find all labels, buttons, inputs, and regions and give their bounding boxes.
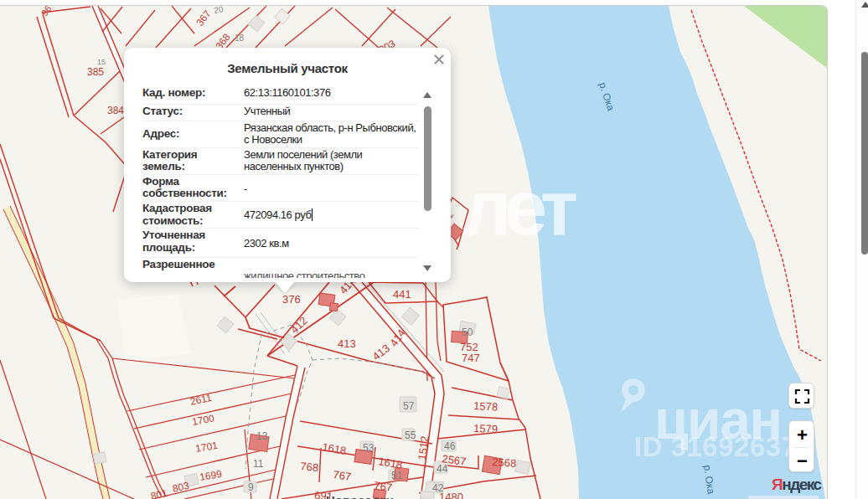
svg-text:767: 767 xyxy=(333,468,353,483)
svg-text:Новоселки: Новоселки xyxy=(326,493,394,499)
svg-text:51: 51 xyxy=(391,470,403,481)
svg-text:53: 53 xyxy=(363,442,375,454)
svg-text:Костино: Костино xyxy=(671,496,722,499)
svg-text:385: 385 xyxy=(87,66,104,78)
svg-text:768: 768 xyxy=(300,460,319,474)
svg-text:лет: лет xyxy=(462,165,578,250)
svg-text:384: 384 xyxy=(107,105,124,116)
svg-text:50: 50 xyxy=(462,327,473,338)
svg-text:44: 44 xyxy=(437,463,448,475)
svg-text:ID 31692637: ID 31692637 xyxy=(634,431,798,462)
svg-text:11: 11 xyxy=(253,458,264,470)
svg-text:747: 747 xyxy=(462,352,480,364)
svg-text:46: 46 xyxy=(444,440,456,452)
svg-text:42: 42 xyxy=(432,482,444,494)
svg-text:55: 55 xyxy=(405,430,416,441)
svg-text:15: 15 xyxy=(97,58,106,66)
svg-text:376: 376 xyxy=(282,293,301,306)
svg-text:767: 767 xyxy=(374,479,394,494)
svg-text:13: 13 xyxy=(256,430,268,442)
svg-text:1578: 1578 xyxy=(473,399,499,413)
svg-text:1579: 1579 xyxy=(473,422,498,435)
svg-text:413: 413 xyxy=(338,337,356,350)
svg-text:9: 9 xyxy=(248,481,254,493)
svg-text:57: 57 xyxy=(403,400,415,412)
svg-text:18: 18 xyxy=(235,33,245,43)
svg-text:2568: 2568 xyxy=(492,455,517,470)
svg-text:441: 441 xyxy=(393,288,411,301)
